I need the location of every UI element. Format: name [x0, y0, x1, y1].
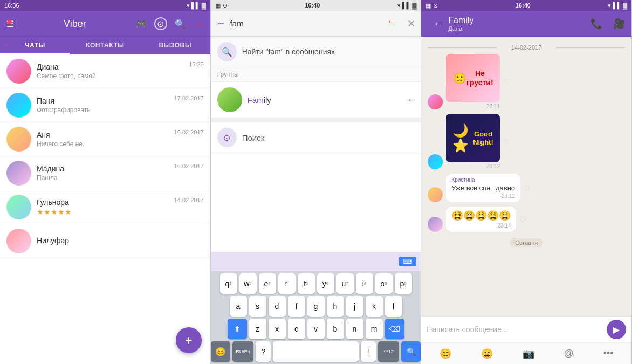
sender-avatar-1	[428, 94, 443, 109]
like-btn-4[interactable]: ♡	[519, 215, 526, 224]
chat-item-gulnora[interactable]: Гульнора ★★★★★ 14.02.2017	[0, 190, 210, 224]
status-bar-1: 16:36 ▾ ▌▌ ▓	[0, 0, 210, 11]
key-m[interactable]: m	[366, 319, 383, 339]
tab-calls[interactable]: ВЫЗОВЫ	[140, 37, 210, 54]
like-btn-1[interactable]: ♡	[503, 78, 510, 86]
key-1[interactable]: q1	[220, 273, 237, 294]
search-icon[interactable]: 🔍	[175, 19, 186, 29]
message-input[interactable]: Написать сообщение...	[427, 325, 602, 334]
more-btn[interactable]: •••	[603, 348, 614, 359]
key-6[interactable]: y6	[317, 273, 334, 294]
fab-new-chat[interactable]: +	[176, 327, 202, 353]
key-lang[interactable]: RU/En	[232, 341, 254, 362]
row-bottom: 😊 RU/En ? ! *#12 🔍	[211, 341, 421, 362]
key-search[interactable]: 🔍	[401, 341, 421, 362]
key-shift[interactable]: ⬆	[228, 319, 247, 339]
key-0[interactable]: p0	[395, 273, 412, 294]
like-btn-2[interactable]: ♡	[503, 138, 510, 146]
avatar-nilufar	[6, 229, 31, 253]
name-rest: ily	[264, 95, 271, 105]
back-button[interactable]: ←	[216, 18, 226, 29]
camera-btn[interactable]: 📷	[523, 348, 534, 360]
chat-item-nilufar[interactable]: Нилуфар	[0, 224, 210, 258]
arrow-chats: →	[2, 42, 9, 49]
sender-avatar-4	[428, 217, 443, 232]
msg-sticker-ne-grusti: 🙁 Негрусти! 23:11 ♡	[428, 54, 625, 109]
key-g[interactable]: g	[307, 296, 325, 317]
key-8[interactable]: i8	[356, 273, 373, 294]
search-input[interactable]: fam	[230, 19, 403, 28]
status-bar-2: ▦ ⊙ 16:40 ▾ ▌▌ ▓	[211, 0, 421, 11]
back-from-chat-button[interactable]: ←	[433, 18, 443, 30]
key-7[interactable]: u7	[336, 273, 354, 294]
chat-title: Family	[448, 16, 580, 25]
clear-search-button[interactable]: ✕	[407, 18, 415, 30]
sticker-btn[interactable]: 😀	[481, 348, 493, 360]
search-result-family[interactable]: Family ←	[211, 82, 421, 118]
keyboard-toolbar: ⌨	[211, 252, 421, 271]
key-special[interactable]: *#12	[378, 341, 400, 362]
chat-item-anya[interactable]: Аня Ничего себе не. 16.02.2017	[0, 122, 210, 156]
key-b[interactable]: b	[327, 319, 344, 339]
key-4[interactable]: r4	[278, 273, 296, 294]
key-comma[interactable]: ?	[256, 341, 271, 362]
mention-btn[interactable]: @	[564, 348, 573, 359]
keyboard-toggle[interactable]: ⌨	[399, 257, 416, 266]
game-icon[interactable]: 🎮	[136, 19, 147, 29]
wifi-icon-3: ▾	[608, 2, 611, 9]
search-more-row[interactable]: ⊙ Поиск	[211, 122, 421, 153]
section-divider	[211, 118, 421, 122]
key-space[interactable]	[273, 341, 358, 362]
key-j[interactable]: j	[346, 296, 363, 317]
find-in-messages-label: Найти "fam" в сообщениях	[242, 47, 335, 56]
key-c[interactable]: c	[288, 319, 305, 339]
chat-item-diana[interactable]: Диана Самое фото, самой 15:25	[0, 54, 210, 88]
key-n[interactable]: n	[346, 319, 363, 339]
chat-item-madina[interactable]: Мадина Пашла 16.02.2017	[0, 156, 210, 190]
key-s[interactable]: s	[249, 296, 266, 317]
key-d[interactable]: d	[269, 296, 286, 317]
key-5[interactable]: t5	[298, 273, 315, 294]
menu-icon[interactable]: ☰	[6, 19, 14, 29]
key-period[interactable]: !	[361, 341, 376, 362]
key-2[interactable]: w2	[239, 273, 257, 294]
sticker-ne-grusti: 🙁 Негрусти!	[446, 54, 500, 102]
family-chat-header: ← Family Дана 📞 🎥	[421, 11, 631, 37]
avatar-panya	[6, 93, 31, 118]
key-emoji[interactable]: 😊	[211, 341, 230, 362]
chat-title-area: Family Дана	[448, 16, 580, 32]
tab-chats[interactable]: → ЧАТЫ	[0, 37, 70, 54]
sticker-good-night: 🌙⭐ Good Night!	[446, 114, 500, 162]
camera-icon[interactable]: ⊙	[154, 17, 167, 30]
key-k[interactable]: k	[366, 296, 383, 317]
key-9[interactable]: o9	[375, 273, 393, 294]
key-a[interactable]: a	[230, 296, 247, 317]
signal-icon: ▌▌	[191, 2, 200, 9]
row-zxcv: ⬆ z x c v b n m ⌫	[211, 319, 421, 339]
sender-avatar-2	[428, 154, 443, 169]
key-x[interactable]: x	[269, 319, 286, 339]
find-in-messages[interactable]: 🔍 Найти "fam" в сообщениях	[211, 37, 421, 67]
tab-contacts[interactable]: КОНТАКТЫ	[70, 37, 140, 54]
status-icons-3l: ▦ ⊙	[425, 2, 438, 9]
key-v[interactable]: v	[307, 319, 325, 339]
android-icon: ▦	[215, 2, 221, 9]
send-button[interactable]: ▶	[607, 320, 626, 339]
video-call-button[interactable]: 🎥	[613, 18, 625, 30]
app-header: ☰ Viber 🎮 ⊙ 🔍 →	[0, 11, 210, 37]
emoji-btn[interactable]: 😊	[439, 348, 451, 360]
voice-call-button[interactable]: 📞	[590, 18, 602, 30]
key-z[interactable]: z	[249, 319, 266, 339]
groups-section-header: Группы	[211, 67, 421, 82]
key-3[interactable]: e3	[259, 273, 276, 294]
chat-input-bar: Написать сообщение... ▶	[421, 316, 631, 342]
key-backspace[interactable]: ⌫	[385, 319, 404, 339]
avatar-anya	[6, 127, 31, 152]
key-h[interactable]: h	[327, 296, 344, 317]
key-l[interactable]: l	[385, 296, 402, 317]
today-wrapper: Сегодня	[428, 236, 625, 249]
chat-item-panya[interactable]: Паня Фотографировать 17.02.2017	[0, 88, 210, 122]
msg-text-kristina: Кристина Уже все спят давно 23:12 ♡	[428, 174, 625, 202]
like-btn-3[interactable]: ♡	[524, 184, 531, 193]
key-f[interactable]: f	[288, 296, 305, 317]
